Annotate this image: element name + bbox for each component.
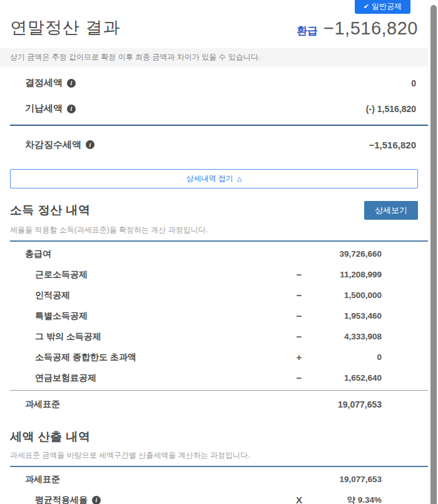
general-deduction-button[interactable]: ✔ 일반공제: [355, 0, 410, 14]
row-value: 약 9.34%: [310, 495, 382, 504]
row-value: 0: [310, 352, 382, 362]
general-deduction-label: 일반공제: [372, 1, 402, 12]
row-value: 4,333,908: [310, 332, 382, 341]
table-row-pension-premium-deduction: 연금보험료공제 − 1,652,640: [10, 368, 418, 388]
table-row-average-tax-rate: 평균적용세율 i X 약 9.34%: [10, 490, 418, 504]
settlement-result-panel: ✔ 일반공제 연말정산 결과 환급 −1,516,820 상기 금액은 추정 값…: [0, 0, 428, 504]
summary-row-prepaid-tax: 기납세액 i (-) 1,516,820: [10, 96, 418, 121]
tax-section-subtitle: 과세표준 금액을 바탕으로 세액구간별 산출세액을 계산하는 과정입니다.: [10, 450, 418, 461]
row-label: 평균적용세율: [35, 495, 88, 504]
refund-result: 환급 −1,516,820: [297, 18, 418, 39]
tax-section-title: 세액 산출 내역: [10, 429, 91, 445]
determined-tax-label: 결정세액: [25, 77, 63, 89]
minus-operator: −: [288, 311, 310, 321]
minus-operator: −: [288, 269, 310, 280]
refund-amount: −1,516,820: [323, 18, 418, 39]
page-title: 연말정산 결과: [10, 16, 121, 39]
info-icon[interactable]: i: [67, 79, 76, 88]
income-settlement-section: 소득 정산 내역 상세보기 세율을 적용할 소득(과세표준)을 확정하는 계산 …: [10, 201, 418, 416]
determined-tax-value: 0: [411, 78, 416, 88]
info-icon[interactable]: i: [67, 105, 76, 113]
table-row-gross-salary: 총급여 39,726,660: [10, 244, 418, 264]
tax-summary: 결정세액 i 0 기납세액 i (-) 1,516,820 차감징수세액 i −…: [10, 66, 418, 160]
summary-label: 기납세액 i: [25, 103, 76, 115]
row-value: 39,726,660: [310, 249, 382, 259]
check-icon: ✔: [364, 3, 369, 11]
minus-operator: −: [288, 373, 310, 383]
row-label: 소득공제 종합한도 초과액: [10, 352, 288, 363]
plus-operator: +: [288, 352, 310, 363]
row-label: 총급여: [10, 249, 288, 260]
chevron-up-icon: △: [237, 175, 242, 182]
page-header: 연말정산 결과 환급 −1,516,820: [10, 16, 418, 39]
refund-label: 환급: [297, 24, 318, 38]
table-row-other-income-deduction: 그 밖의 소득공제 − 4,333,908: [10, 326, 418, 347]
summary-label: 차감징수세액 i: [25, 139, 94, 151]
detail-view-button[interactable]: 상세보기: [364, 201, 418, 220]
summary-divider: [10, 125, 428, 126]
row-value: 1,500,000: [310, 291, 382, 300]
collapse-details-button[interactable]: 상세내역 접기 △: [10, 169, 418, 188]
scrollbar-track[interactable]: [428, 0, 438, 504]
prepaid-tax-value: (-) 1,516,820: [366, 104, 416, 114]
row-label: 과세표준: [10, 399, 288, 410]
table-row-deduction-limit-excess: 소득공제 종합한도 초과액 + 0: [10, 347, 418, 368]
summary-label: 결정세액 i: [25, 77, 76, 89]
minus-operator: −: [288, 331, 310, 342]
prepaid-tax-label: 기납세액: [25, 103, 63, 115]
collapse-details-label: 상세내역 접기: [186, 173, 233, 184]
table-row-personal-deduction: 인적공제 − 1,500,000: [10, 285, 418, 306]
row-value: 1,953,460: [310, 311, 382, 321]
summary-row-final-withholding-tax: 차감징수세액 i −1,516,820: [10, 129, 418, 160]
table-row-earned-income-deduction: 근로소득공제 − 11,208,999: [10, 264, 418, 285]
row-value: 11,208,999: [310, 270, 382, 279]
table-row-tax-base-total: 과세표준 19,077,653: [10, 393, 418, 416]
row-label: 그 밖의 소득공제: [10, 331, 288, 342]
income-section-header: 소득 정산 내역 상세보기: [10, 201, 418, 220]
tax-calculation-section: 세액 산출 내역 과세표준 금액을 바탕으로 세액구간별 산출세액을 계산하는 …: [10, 429, 418, 504]
table-row-special-income-deduction: 특별소득공제 − 1,953,460: [10, 306, 418, 326]
table-row-tax-base: 과세표준 19,077,653: [10, 469, 418, 490]
minus-operator: −: [288, 290, 310, 301]
income-table: 총급여 39,726,660 근로소득공제 − 11,208,999 인적공제 …: [10, 242, 418, 416]
income-total-divider: [10, 390, 428, 391]
info-icon[interactable]: i: [92, 496, 101, 504]
disclaimer-notice: 상기 금액은 추정 값이므로 확정 이후 최종 금액과 차이가 있을 수 있습니…: [0, 48, 428, 66]
income-section-title: 소득 정산 내역: [10, 202, 91, 219]
row-value: 19,077,653: [310, 475, 382, 484]
summary-row-determined-tax: 결정세액 i 0: [10, 70, 418, 96]
row-label-group: 평균적용세율 i: [10, 495, 288, 504]
multiply-operator: X: [288, 495, 310, 504]
scrollbar-thumb[interactable]: [430, 5, 437, 504]
row-label: 인적공제: [10, 290, 288, 301]
final-withholding-tax-value: −1,516,820: [369, 140, 417, 150]
final-withholding-tax-label: 차감징수세액: [25, 139, 81, 151]
row-value: 19,077,653: [310, 399, 382, 409]
row-label: 특별소득공제: [10, 311, 288, 322]
tax-section-header: 세액 산출 내역: [10, 429, 418, 445]
income-section-subtitle: 세율을 적용할 소득(과세표준)을 확정하는 계산 과정입니다.: [10, 225, 418, 235]
row-label: 연금보험료공제: [10, 373, 288, 384]
row-label: 근로소득공제: [10, 269, 288, 280]
row-value: 1,652,640: [310, 373, 382, 383]
info-icon[interactable]: i: [86, 140, 94, 149]
row-label: 과세표준: [10, 474, 288, 485]
tax-table: 과세표준 19,077,653 평균적용세율 i X 약 9.34% 산출세액 …: [10, 467, 418, 504]
